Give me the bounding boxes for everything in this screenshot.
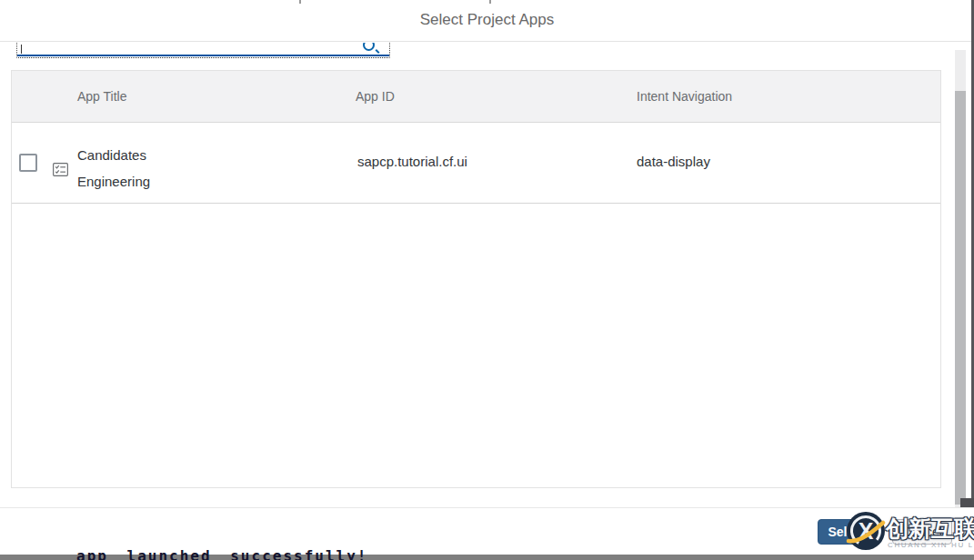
dialog-header-divider <box>0 41 974 42</box>
column-header-app-id[interactable]: App ID <box>356 71 395 122</box>
search-focus-underline <box>17 55 389 56</box>
dialog-title: Select Project Apps <box>0 11 974 29</box>
window-corner <box>960 498 974 507</box>
top-artifact-tick <box>489 0 491 4</box>
row-checkbox[interactable] <box>19 154 37 172</box>
console-output-clipped: app launched successfully! <box>76 547 367 560</box>
column-header-intent-navigation[interactable]: Intent Navigation <box>637 71 732 122</box>
top-artifact-tick <box>299 0 301 4</box>
scrollbar-track[interactable] <box>955 50 966 507</box>
dialog-select-project-apps: Select Project Apps App Title App ID Int… <box>0 0 974 560</box>
watermark: X 创新互联 CHUANG XIN HU LIAN <box>842 507 974 553</box>
cell-app-title: Candidates Engineering <box>77 142 168 195</box>
watermark-text-en: CHUANG XIN HU LIAN <box>888 541 974 549</box>
scrollbar-thumb[interactable] <box>955 91 966 505</box>
table-header-row: App Title App ID Intent Navigation <box>12 71 940 123</box>
search-input[interactable] <box>16 43 390 58</box>
cell-app-id: sapcp.tutorial.cf.ui <box>357 154 467 169</box>
dialog-footer-divider <box>0 507 974 508</box>
search-icon[interactable] <box>363 43 375 51</box>
text-cursor <box>21 45 22 54</box>
watermark-logo-icon: X <box>846 511 886 551</box>
task-list-icon <box>53 162 68 177</box>
watermark-text-cn: 创新互联 <box>886 514 974 544</box>
search-icon-handle <box>376 49 380 54</box>
column-header-app-title[interactable]: App Title <box>77 71 126 122</box>
table-row[interactable]: Candidates Engineering sapcp.tutorial.cf… <box>12 123 940 204</box>
cell-intent-navigation: data-display <box>637 154 710 169</box>
project-apps-table: App Title App ID Intent Navigation Candi… <box>11 70 941 488</box>
